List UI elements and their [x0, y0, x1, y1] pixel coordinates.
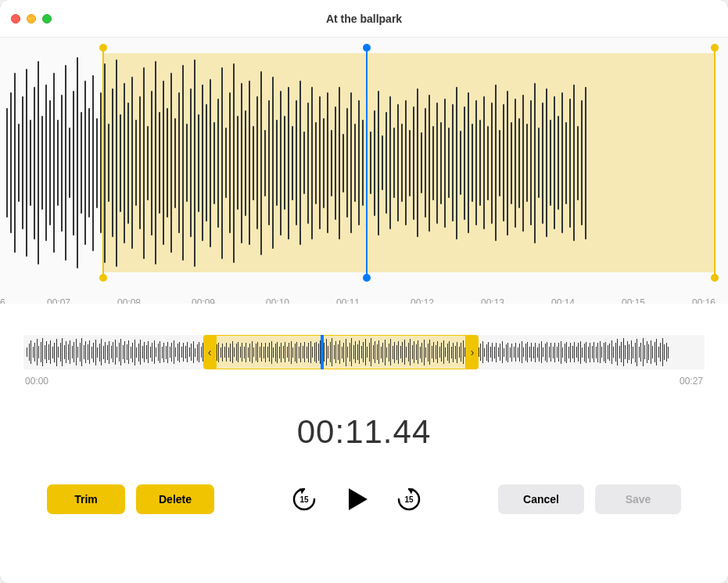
overview-wave-bar	[596, 347, 597, 358]
skip-forward-icon: 15	[394, 484, 424, 514]
overview-wave-bar	[400, 346, 401, 358]
save-button[interactable]: Save	[595, 484, 681, 514]
overview-wave-bar	[162, 347, 163, 358]
overview-trim-handle-left[interactable]: ‹	[203, 335, 216, 369]
main-waveform-area[interactable]: 600:0700:0800:0900:1000:1100:1200:1300:1…	[0, 38, 728, 304]
overview-wave-bar	[631, 340, 632, 364]
overview-wave-bar	[38, 346, 39, 358]
overview-wave-bar	[91, 347, 92, 358]
svg-text:15: 15	[404, 495, 414, 504]
wave-bar	[237, 116, 238, 210]
wave-bar	[45, 85, 47, 241]
wave-bar	[460, 131, 461, 195]
overview-wave-bar	[232, 341, 233, 363]
overview-start-time: 00:00	[25, 376, 48, 387]
skip-back-15-button[interactable]: 15	[289, 484, 319, 514]
overview-wave-bar	[163, 343, 164, 362]
main-trim-handle-right[interactable]	[714, 47, 715, 279]
overview-wave-bar	[326, 339, 327, 365]
cancel-button[interactable]: Cancel	[498, 484, 584, 514]
overview-wave-bar	[519, 344, 520, 362]
wave-bar	[268, 100, 270, 225]
overview-wave-bar	[99, 344, 100, 362]
wave-bar	[479, 120, 481, 206]
wave-bar	[331, 130, 332, 196]
overview-waveform[interactable]: ‹ ›	[23, 335, 705, 369]
overview-wave-bar	[660, 343, 661, 362]
main-trim-handle-left[interactable]	[102, 47, 104, 279]
overview-wave-bar	[124, 341, 125, 363]
overview-wave-bar	[197, 344, 198, 361]
overview-wave-bar	[342, 347, 342, 358]
overview-wave-bar	[525, 344, 526, 361]
overview-wave-bar	[185, 346, 186, 358]
overview-wave-bar	[289, 343, 289, 362]
overview-wave-bar	[142, 346, 143, 358]
overview-wave-bar	[72, 346, 73, 358]
minimize-window-button[interactable]	[27, 14, 36, 23]
wave-bar	[69, 128, 70, 198]
overview-wave-bar	[402, 342, 403, 362]
overview-wave-bar	[119, 343, 120, 362]
overview-wave-bar	[48, 344, 49, 360]
overview-wave-bar	[307, 347, 307, 358]
wave-bar	[49, 100, 51, 225]
overview-wave-bar	[635, 343, 636, 362]
overview-wave-bar	[242, 343, 242, 362]
wave-bar	[10, 92, 12, 233]
overview-wave-bar	[608, 345, 608, 359]
overview-wave-bar	[445, 347, 446, 357]
overview-wave-bar	[492, 343, 493, 362]
overview-wave-bar	[459, 347, 460, 358]
overview-wave-bar	[463, 340, 464, 364]
wave-bar	[448, 128, 450, 198]
overview-trim-handle-right[interactable]: ›	[466, 335, 479, 369]
overview-bars	[27, 335, 701, 369]
wave-bar	[299, 81, 301, 245]
trim-button[interactable]: Trim	[47, 484, 125, 514]
play-button[interactable]	[341, 484, 372, 515]
overview-wave-bar	[29, 344, 30, 361]
overview-wave-bar	[178, 344, 178, 361]
wave-bar	[538, 128, 540, 198]
overview-wave-bar	[64, 345, 65, 359]
wave-bar	[307, 103, 309, 224]
close-window-button[interactable]	[11, 14, 20, 23]
wave-bar	[339, 87, 340, 239]
overview-playhead[interactable]	[321, 335, 324, 369]
overview-wave-bar	[248, 347, 249, 358]
overview-wave-bar	[115, 340, 116, 365]
overview-wave-bar	[584, 344, 585, 362]
overview-wave-bar	[647, 341, 647, 363]
skip-forward-15-button[interactable]: 15	[394, 484, 424, 514]
wave-bar	[229, 92, 231, 233]
overview-wave-bar	[217, 344, 217, 361]
timeline-label: 00:16	[692, 297, 715, 304]
overview-wave-bar	[324, 343, 325, 362]
overview-wave-bar	[510, 347, 511, 358]
overview-wave-bar	[41, 342, 41, 362]
overview-wave-bar	[240, 347, 241, 358]
delete-button[interactable]: Delete	[136, 484, 214, 514]
overview-wave-bar	[500, 344, 500, 361]
maximize-window-button[interactable]	[42, 14, 52, 23]
wave-bar	[135, 120, 137, 206]
main-playhead[interactable]	[366, 47, 368, 279]
overview-wave-bar	[617, 339, 618, 365]
overview-wave-bar	[160, 341, 160, 363]
overview-wave-bar	[658, 347, 659, 358]
overview-wave-bar	[66, 341, 66, 363]
wave-bar	[370, 131, 371, 194]
wave-bar	[393, 128, 395, 198]
wave-bar	[565, 122, 567, 204]
overview-wave-bar	[389, 344, 389, 362]
wave-bar	[280, 91, 282, 236]
overview-wave-bar	[89, 340, 90, 364]
wave-bar	[155, 61, 156, 265]
svg-text:15: 15	[299, 495, 309, 504]
wave-bar	[174, 118, 176, 208]
overview-wave-bar	[580, 341, 581, 364]
wave-bar	[561, 92, 563, 233]
overview-wave-bar	[410, 339, 411, 365]
overview-wave-bar	[332, 338, 332, 366]
